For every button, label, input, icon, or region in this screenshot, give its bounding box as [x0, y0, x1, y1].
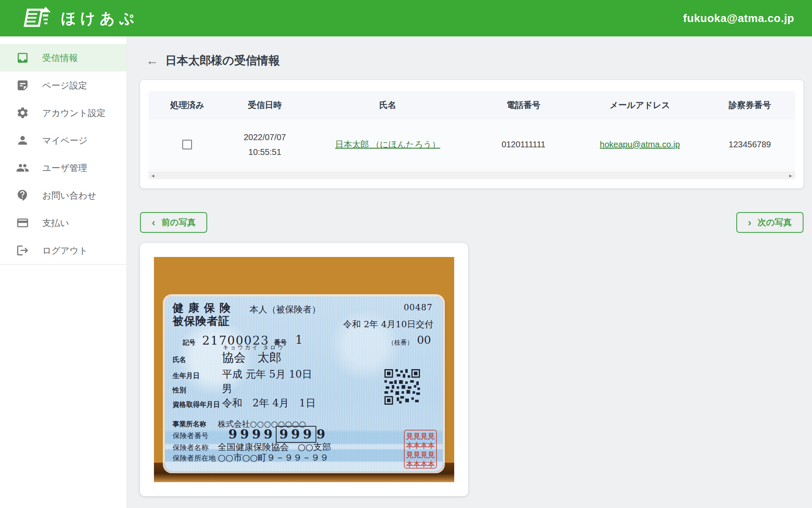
card-insurer-address-label: 保険者所在地	[173, 453, 216, 463]
app-header: ほけあぷ fukuoka@atma.co.jp	[0, 0, 812, 36]
table-row: 2022/07/07 10:55:51 日本太郎 （にほんたろう） 012011…	[148, 119, 795, 170]
received-date: 2022/07/07	[226, 130, 303, 145]
page-title: 日本太郎様の受信情報	[165, 53, 280, 68]
received-datetime-cell: 2022/07/07 10:55:51	[226, 130, 303, 160]
table-header-row: 処理済み 受信日時 氏名 電話番号 メールアドレス 診察券番号	[148, 91, 795, 119]
sidebar-item-label: 支払い	[42, 217, 69, 229]
card-serial: 00487	[403, 302, 433, 312]
people-icon	[16, 161, 29, 174]
card-insurer-name-value: 全国健康保険協会 ○○支部	[218, 441, 331, 453]
scroll-right-arrow-icon[interactable]: ►	[788, 173, 793, 178]
back-arrow-icon[interactable]: ←	[146, 54, 159, 67]
person-icon	[16, 134, 29, 147]
scroll-left-arrow-icon[interactable]: ◄	[151, 173, 155, 178]
email-link[interactable]: hokeapu@atma.co.jp	[600, 140, 680, 149]
sidebar-menu: 受信情報 ページ設定 アカウント設定 マイページ	[0, 36, 126, 265]
sidebar-item-user-management[interactable]: ユーザ管理	[0, 154, 126, 182]
card-insurer-name-label: 保険者名称	[173, 443, 208, 453]
column-header-received-at: 受信日時	[226, 99, 303, 111]
main-content: ← 日本太郎様の受信情報 処理済み 受信日時 氏名 電話番号 メールアドレス 診…	[127, 36, 812, 508]
photo-card: 健 康 保 険 被保険者証 本人（被保険者） 00487 令和 2年 4月10日…	[140, 243, 468, 496]
phone-cell: 0120111111	[472, 140, 575, 149]
sidebar-item-label: マイページ	[42, 135, 88, 146]
column-header-name: 氏名	[304, 99, 472, 111]
card-insurer-address-value: ○○市○○町９－９９－９９	[218, 452, 329, 464]
chevron-left-icon: ‹	[152, 218, 155, 228]
user-email: fukuoka@atma.co.jp	[683, 12, 794, 25]
horizontal-scrollbar[interactable]: ◄ ►	[148, 171, 795, 179]
card-insurer-number-label: 保険者番号	[173, 431, 208, 441]
inbox-icon	[16, 51, 29, 64]
logout-icon	[16, 244, 29, 257]
card-issue-date: 令和 2年 4月10日交付	[343, 318, 433, 330]
card-number-cell: 123456789	[705, 140, 795, 149]
sidebar-item-label: アカウント設定	[42, 107, 105, 119]
help-icon	[16, 189, 29, 202]
card-number-value: 1	[295, 333, 303, 347]
received-info-table-card: 処理済み 受信日時 氏名 電話番号 メールアドレス 診察券番号 2022/07/…	[140, 80, 804, 188]
card-name-value: 協会 太郎	[222, 350, 281, 366]
sidebar-item-label: ページ設定	[42, 80, 87, 91]
gear-icon	[16, 106, 29, 119]
sidebar-item-contact[interactable]: お問い合わせ	[0, 182, 126, 209]
card-birth-label: 生年月日	[173, 372, 200, 381]
card-acquired-label: 資格取得年月日	[173, 400, 220, 409]
card-insurer-number-value: 99999999	[228, 427, 328, 442]
sample-stamp: 見見見見 本本本本 見見見見 本本本本	[404, 430, 437, 469]
card-sex-label: 性別	[173, 386, 186, 395]
brand-logo[interactable]: ほけあぷ	[19, 6, 138, 30]
next-photo-label: 次の写真	[758, 217, 792, 228]
sidebar: 受信情報 ページ設定 アカウント設定 マイページ	[0, 36, 127, 508]
sidebar-item-label: お問い合わせ	[42, 190, 96, 202]
processed-checkbox[interactable]	[182, 140, 192, 149]
patient-name-link[interactable]: 日本太郎 （にほんたろう）	[335, 140, 440, 149]
title-row: ← 日本太郎様の受信情報	[140, 53, 804, 68]
card-name-label: 氏名	[173, 356, 186, 364]
card-birth-value: 平成 元年 5月 10日	[222, 367, 312, 381]
card-symbol-label: 記号	[183, 339, 195, 347]
column-header-email: メールアドレス	[575, 99, 705, 111]
sidebar-item-label: ログアウト	[42, 245, 88, 257]
card-holder-type: 本人（被保険者）	[250, 304, 321, 315]
sidebar-item-label: ユーザ管理	[42, 162, 87, 174]
column-header-card-number: 診察券番号	[705, 99, 795, 111]
card-branch-value: 00	[417, 334, 431, 346]
received-time: 10:55:51	[226, 145, 303, 160]
qr-code	[384, 369, 420, 405]
sidebar-item-received-info[interactable]: 受信情報	[0, 44, 126, 72]
sidebar-item-payment[interactable]: 支払い	[0, 209, 126, 237]
sidebar-item-account-settings[interactable]: アカウント設定	[0, 99, 126, 127]
column-header-phone: 電話番号	[472, 99, 575, 111]
card-acquired-value: 令和 2年 4月 1日	[222, 396, 315, 410]
prev-photo-label: 前の写真	[162, 217, 195, 228]
note-icon	[16, 79, 29, 92]
prev-photo-button[interactable]: ‹ 前の写真	[140, 212, 207, 233]
insurance-card-photo: 健 康 保 険 被保険者証 本人（被保険者） 00487 令和 2年 4月10日…	[154, 257, 454, 482]
credit-card-icon	[16, 216, 29, 229]
brand-name: ほけあぷ	[61, 8, 138, 28]
card-title: 健 康 保 険 被保険者証	[173, 301, 231, 328]
card-sex-value: 男	[222, 382, 232, 395]
next-photo-button[interactable]: › 次の写真	[736, 212, 804, 233]
photo-nav: ‹ 前の写真 › 次の写真	[140, 212, 804, 233]
sidebar-item-logout[interactable]: ログアウト	[0, 237, 126, 264]
sidebar-item-page-settings[interactable]: ページ設定	[0, 72, 126, 99]
column-header-processed: 処理済み	[148, 99, 226, 111]
sidebar-item-label: 受信情報	[42, 52, 78, 64]
health-insurance-card: 健 康 保 険 被保険者証 本人（被保険者） 00487 令和 2年 4月10日…	[165, 296, 443, 471]
chevron-right-icon: ›	[748, 218, 752, 228]
card-branch-label: （枝番）	[388, 339, 413, 347]
sidebar-item-mypage[interactable]: マイページ	[0, 127, 126, 154]
card-office-label: 事業所名称	[173, 420, 206, 429]
hokeapu-logo-icon	[19, 6, 52, 30]
